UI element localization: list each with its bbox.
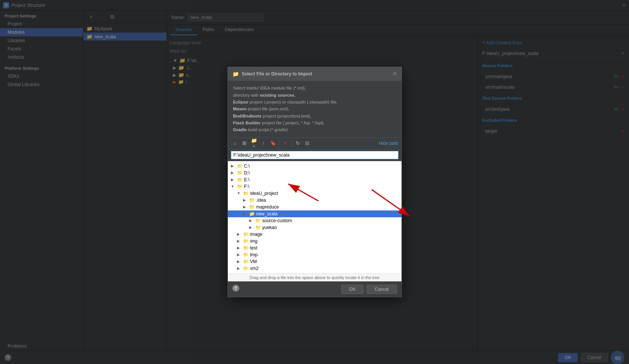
tree-arrow[interactable]: ▶	[237, 239, 242, 243]
folder-icon: 📁	[243, 191, 249, 196]
file-tree: ▶ 📁 C:\ ▶ 📁 D:\ ▶ 📁 E:\ ▼ 📁 F:\	[228, 161, 402, 273]
modal-header: 📁 Select File or Directory to Import ✕	[228, 67, 402, 81]
folder-icon: 📁	[243, 232, 249, 237]
tree-arrow[interactable]: ▶	[243, 198, 248, 202]
tree-arrow[interactable]: ▶	[231, 164, 235, 168]
tree-item-c[interactable]: ▶ 📁 C:\	[228, 163, 402, 169]
drag-hint: Drag and drop a file into the space abov…	[228, 273, 402, 281]
home-button[interactable]: ⌂	[231, 139, 239, 147]
tree-item-yuekao[interactable]: ▶ 📁 yuekao	[228, 224, 402, 231]
tree-item-f[interactable]: ▼ 📁 F:\	[228, 183, 402, 190]
tree-item-image[interactable]: ▶ 📁 image	[228, 231, 402, 238]
tree-arrow[interactable]: ▶	[237, 246, 242, 250]
hide-path-button[interactable]: Hide path	[379, 141, 398, 146]
tree-item-vm[interactable]: ▶ 📁 VM	[228, 258, 402, 265]
folder-icon: 📁	[237, 177, 243, 182]
up-button[interactable]: ↑	[259, 139, 268, 147]
tree-item-source-custom[interactable]: ▶ 📁 source-custom	[228, 217, 402, 224]
modal-toolbar: ⌂ ⊞ 📁+ ↑ 🔖 ✕ ↻ ⊟ Hide path	[228, 138, 402, 149]
tree-arrow[interactable]: ▼	[231, 184, 235, 188]
tree-item-vm2[interactable]: ▶ 📁 vm2	[228, 265, 402, 272]
tree-item-d[interactable]: ▶ 📁 D:\	[228, 169, 402, 176]
tree-item-mapreduce[interactable]: ▶ 📁 mapreduce	[228, 204, 402, 210]
tree-item-tmp[interactable]: ▶ 📁 tmp	[228, 251, 402, 258]
tree-arrow[interactable]: ▶	[243, 205, 248, 209]
columns-button[interactable]: ⊟	[303, 139, 312, 147]
tree-arrow[interactable]: ▶	[237, 266, 242, 270]
tree-arrow[interactable]: ▶	[237, 232, 242, 236]
separator	[279, 140, 279, 146]
modal-footer: ? OK Cancel	[228, 281, 402, 297]
modal-cancel-button[interactable]: Cancel	[367, 285, 397, 294]
folder-icon: 📁	[255, 225, 261, 230]
tree-item-img[interactable]: ▶ 📁 img	[228, 238, 402, 245]
folder-icon: 📁	[243, 259, 249, 264]
modal-title: Select File or Directory to Import	[242, 71, 389, 77]
tree-arrow[interactable]: ▶	[237, 259, 242, 264]
tree-arrow[interactable]: ▶	[249, 225, 254, 229]
folder-icon: 📁	[249, 211, 255, 217]
tree-arrow[interactable]: ▼	[237, 191, 242, 195]
tree-arrow[interactable]: ▶	[249, 218, 254, 223]
folder-icon: 📁	[249, 198, 255, 203]
bookmark-button[interactable]: 🔖	[269, 139, 277, 147]
folder-icon: 📁	[243, 245, 249, 251]
path-input[interactable]	[231, 151, 398, 159]
folder-icon: 📁	[243, 252, 249, 257]
modal-overlay: 📁 Select File or Directory to Import ✕ S…	[0, 0, 629, 364]
folder-icon: 📁	[237, 163, 243, 169]
folder-icon: 📁	[237, 184, 243, 189]
modal-close-button[interactable]: ✕	[392, 70, 397, 77]
delete-button[interactable]: ✕	[281, 139, 290, 147]
separator	[292, 140, 292, 146]
desktop-button[interactable]: ⊞	[240, 139, 249, 147]
modal-ok-button[interactable]: OK	[341, 285, 364, 294]
modal-folder-icon: 📁	[232, 71, 239, 77]
folder-icon: 📁	[237, 170, 243, 176]
tree-item-e[interactable]: ▶ 📁 E:\	[228, 176, 402, 183]
folder-icon: 📁	[243, 238, 249, 244]
tree-item-ideaU[interactable]: ▼ 📁 ideaU_project	[228, 190, 402, 197]
new-folder-button[interactable]: 📁+	[250, 139, 258, 147]
path-input-row	[228, 149, 402, 161]
tree-arrow[interactable]: ▶	[237, 253, 242, 257]
tree-item-idea[interactable]: ▶ 📁 .idea	[228, 197, 402, 204]
tree-arrow[interactable]: ▶	[231, 177, 235, 182]
tree-arrow[interactable]: ▶	[231, 171, 235, 175]
folder-icon: 📁	[255, 218, 261, 223]
tree-item-new-scala[interactable]: ▶ 📁 new_scala	[228, 210, 402, 217]
folder-icon: 📁	[249, 204, 255, 210]
modal-help-button[interactable]: ?	[232, 285, 239, 292]
modal-description: Select IntelliJ IDEA module file (*.iml)…	[228, 81, 402, 138]
refresh-button[interactable]: ↻	[294, 139, 302, 147]
tree-arrow[interactable]: ▶	[243, 212, 248, 216]
select-file-modal: 📁 Select File or Directory to Import ✕ S…	[227, 67, 402, 297]
tree-item-test[interactable]: ▶ 📁 test	[228, 245, 402, 251]
folder-icon: 📁	[243, 266, 249, 271]
